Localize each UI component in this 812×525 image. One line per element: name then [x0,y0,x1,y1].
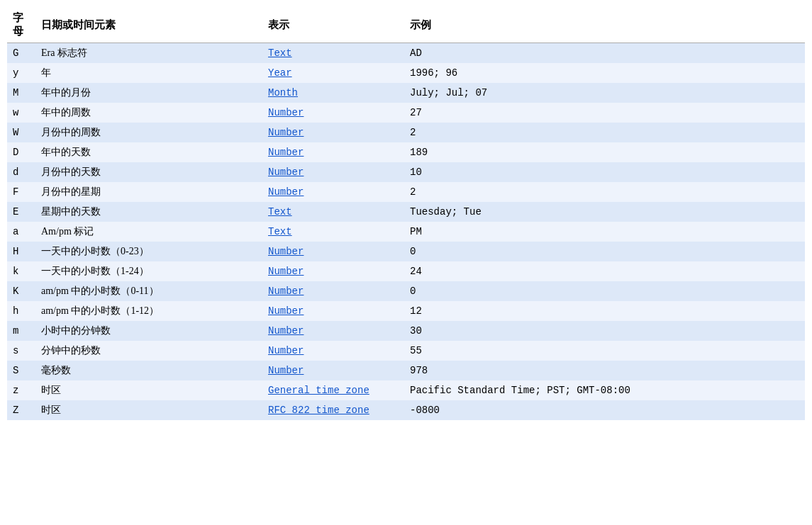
cell-description: 月份中的周数 [35,123,262,142]
cell-example: July; Jul; 07 [404,83,805,103]
table-row: m小时中的分钟数Number30 [7,321,805,341]
cell-representation[interactable]: Number [262,242,404,261]
cell-description: 星期中的天数 [35,202,262,222]
cell-representation[interactable]: Number [262,321,404,341]
cell-description: 年 [35,63,262,83]
cell-representation[interactable]: Number [262,162,404,182]
cell-description: am/pm 中的小时数（0-11） [35,281,262,301]
representation-link[interactable]: Number [268,147,304,158]
header-description: 日期或时间元素 [35,7,262,43]
cell-description: 月份中的星期 [35,182,262,202]
cell-representation[interactable]: Number [262,361,404,380]
cell-letter: D [7,142,35,162]
cell-example: 27 [404,103,805,123]
representation-link[interactable]: Text [268,206,292,218]
table-row: d月份中的天数Number10 [7,162,805,182]
header-example: 示例 [404,7,805,43]
table-row: GEra 标志符TextAD [7,43,805,64]
table-row: H一天中的小时数（0-23）Number0 [7,242,805,261]
cell-example: Pacific Standard Time; PST; GMT-08:00 [404,380,805,400]
representation-link[interactable]: Month [268,87,298,98]
cell-description: Am/pm 标记 [35,222,262,242]
cell-example: -0800 [404,400,805,420]
datetime-table: 字母 日期或时间元素 表示 示例 GEra 标志符TextADy年Year199… [7,7,805,420]
header-letter: 字母 [7,7,35,43]
representation-link[interactable]: Number [268,345,304,356]
representation-link[interactable]: Number [268,127,304,138]
cell-description: 年中的月份 [35,83,262,103]
cell-description: 月份中的天数 [35,162,262,182]
representation-link[interactable]: Number [268,325,304,337]
table-row: aAm/pm 标记TextPM [7,222,805,242]
cell-letter: S [7,361,35,380]
table-row: w年中的周数Number27 [7,103,805,123]
cell-representation[interactable]: Text [262,202,404,222]
cell-representation[interactable]: Number [262,123,404,142]
cell-example: 978 [404,361,805,380]
cell-description: 毫秒数 [35,361,262,380]
cell-representation[interactable]: Number [262,182,404,202]
cell-description: Era 标志符 [35,43,262,64]
cell-representation[interactable]: General time zone [262,380,404,400]
cell-example: PM [404,222,805,242]
representation-link[interactable]: Number [268,186,304,198]
cell-representation[interactable]: Number [262,103,404,123]
cell-example: 2 [404,123,805,142]
representation-link[interactable]: Number [268,266,304,277]
cell-letter: w [7,103,35,123]
table-row: S毫秒数Number978 [7,361,805,380]
cell-letter: k [7,261,35,281]
representation-link[interactable]: RFC 822 time zone [268,405,369,416]
representation-link[interactable]: Year [268,67,292,79]
cell-example: 0 [404,281,805,301]
cell-representation[interactable]: RFC 822 time zone [262,400,404,420]
representation-link[interactable]: Number [268,286,304,297]
cell-representation[interactable]: Year [262,63,404,83]
table-row: F月份中的星期Number2 [7,182,805,202]
table-row: Kam/pm 中的小时数（0-11）Number0 [7,281,805,301]
cell-representation[interactable]: Text [262,222,404,242]
table-header-row: 字母 日期或时间元素 表示 示例 [7,7,805,43]
cell-letter: a [7,222,35,242]
representation-link[interactable]: Number [268,305,304,317]
representation-link[interactable]: Text [268,47,292,59]
table-row: s分钟中的秒数Number55 [7,341,805,361]
cell-description: 年中的周数 [35,103,262,123]
representation-link[interactable]: Number [268,166,304,178]
cell-letter: H [7,242,35,261]
table-row: z时区General time zonePacific Standard Tim… [7,380,805,400]
representation-link[interactable]: Number [268,107,304,118]
cell-letter: F [7,182,35,202]
representation-link[interactable]: General time zone [268,385,369,396]
cell-letter: W [7,123,35,142]
cell-representation[interactable]: Number [262,142,404,162]
cell-example: 24 [404,261,805,281]
table-row: Z时区RFC 822 time zone-0800 [7,400,805,420]
cell-letter: h [7,301,35,321]
cell-example: 0 [404,242,805,261]
cell-example: AD [404,43,805,64]
cell-example: 30 [404,321,805,341]
cell-letter: Z [7,400,35,420]
cell-description: 小时中的分钟数 [35,321,262,341]
cell-letter: m [7,321,35,341]
cell-representation[interactable]: Text [262,43,404,64]
representation-link[interactable]: Text [268,226,292,237]
cell-representation[interactable]: Number [262,341,404,361]
cell-example: 55 [404,341,805,361]
cell-letter: G [7,43,35,64]
representation-link[interactable]: Number [268,365,304,376]
table-row: W月份中的周数Number2 [7,123,805,142]
cell-description: 年中的天数 [35,142,262,162]
cell-representation[interactable]: Month [262,83,404,103]
cell-representation[interactable]: Number [262,301,404,321]
representation-link[interactable]: Number [268,246,304,257]
cell-letter: z [7,380,35,400]
cell-description: am/pm 中的小时数（1-12） [35,301,262,321]
table-row: ham/pm 中的小时数（1-12）Number12 [7,301,805,321]
cell-example: 189 [404,142,805,162]
cell-example: 12 [404,301,805,321]
cell-representation[interactable]: Number [262,281,404,301]
cell-description: 分钟中的秒数 [35,341,262,361]
cell-representation[interactable]: Number [262,261,404,281]
